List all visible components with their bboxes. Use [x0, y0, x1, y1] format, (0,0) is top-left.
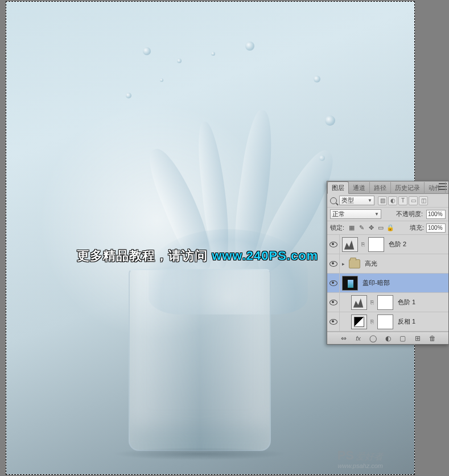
add-mask-button[interactable]: ◯: [369, 334, 378, 343]
visibility-toggle[interactable]: [327, 274, 340, 292]
layer-name[interactable]: 盖印-暗部: [363, 279, 390, 287]
filter-kind-select[interactable]: 类型 ▼: [339, 196, 374, 205]
expand-toggle[interactable]: ▸: [340, 261, 347, 267]
link-icon: ⎘: [369, 318, 375, 325]
watermark-logo: PS: [337, 448, 354, 462]
tab-paths[interactable]: 路径: [370, 182, 391, 194]
blend-mode-value: 正常: [332, 210, 345, 218]
filter-adjust-icon[interactable]: ◐: [388, 196, 397, 205]
layer-row[interactable]: ⎘ 反相 1: [327, 312, 448, 332]
layer-list: ⎘ 色阶 2 ▸ 高光 盖印-暗部 ⎘ 色阶 1: [327, 235, 448, 332]
overlay-url: www.240PS.com: [212, 249, 318, 263]
layer-name[interactable]: 高光: [365, 259, 377, 268]
blend-mode-select[interactable]: 正常 ▼: [330, 209, 381, 219]
eye-icon: [329, 242, 337, 247]
lock-brush-icon[interactable]: ✎: [357, 224, 365, 232]
fill-input[interactable]: 100%: [426, 223, 446, 233]
visibility-toggle[interactable]: [327, 254, 340, 273]
layer-mask-thumb[interactable]: [368, 237, 384, 252]
blend-row: 正常 ▼ 不透明度: 100%: [327, 208, 448, 221]
layer-name[interactable]: 色阶 1: [398, 298, 415, 307]
layer-row[interactable]: ⎘ 色阶 1: [327, 293, 448, 312]
lock-all-icon[interactable]: 🔒: [386, 224, 394, 232]
opacity-input[interactable]: 100%: [426, 210, 446, 219]
levels-icon: [351, 295, 367, 310]
new-layer-button[interactable]: ⊞: [413, 334, 422, 343]
tab-actions[interactable]: 动作: [425, 182, 446, 194]
panel-tabs: 图层 通道 路径 历史记录 动作: [327, 181, 448, 194]
filter-pixel-icon[interactable]: ▧: [378, 196, 387, 205]
link-icon: ⎘: [369, 299, 375, 305]
layer-row[interactable]: ▸ 高光: [327, 254, 448, 274]
overlay-caption: 更多精品教程，请访问 www.240PS.com: [77, 247, 318, 264]
watermark-sub: www.psahz.com: [337, 463, 383, 469]
tab-history[interactable]: 历史记录: [391, 182, 425, 194]
filter-kind-label: 类型: [341, 196, 354, 205]
layer-name[interactable]: 色阶 2: [389, 240, 406, 249]
chevron-down-icon: ▼: [368, 198, 372, 203]
filter-type-icons: ▧ ◐ T ▭ ◫: [378, 196, 428, 205]
eye-icon: [329, 300, 337, 305]
watermark-text: 爱好者: [356, 452, 383, 461]
levels-icon: [342, 237, 358, 252]
fill-label: 填充:: [410, 223, 424, 232]
filter-smart-icon[interactable]: ◫: [419, 196, 428, 205]
layer-name[interactable]: 反相 1: [398, 317, 415, 326]
layer-thumb[interactable]: [342, 276, 358, 291]
fx-button[interactable]: fx: [354, 334, 363, 343]
tab-channels[interactable]: 通道: [349, 182, 370, 194]
layers-panel: 图层 通道 路径 历史记录 动作 类型 ▼ ▧ ◐ T ▭ ◫ 正常 ▼ 不透明…: [327, 181, 449, 345]
opacity-label: 不透明度:: [396, 210, 423, 218]
layer-filter-row: 类型 ▼ ▧ ◐ T ▭ ◫: [327, 194, 448, 208]
link-layers-button[interactable]: ⇔: [339, 334, 348, 343]
filter-type-icon[interactable]: T: [398, 196, 407, 205]
tab-layers[interactable]: 图层: [327, 181, 349, 194]
link-icon: ⎘: [360, 241, 366, 247]
panel-footer: ⇔ fx ◯ ◐ ▢ ⊞ 🗑: [327, 332, 448, 344]
filter-shape-icon[interactable]: ▭: [409, 196, 418, 205]
search-icon: [330, 197, 337, 204]
delete-layer-button[interactable]: 🗑: [428, 334, 437, 343]
invert-icon: [351, 314, 367, 329]
layer-mask-thumb[interactable]: [377, 314, 393, 329]
layer-row[interactable]: 盖印-暗部: [327, 274, 448, 293]
lock-position-icon[interactable]: ✥: [367, 224, 375, 232]
watermark: PS爱好者 www.psahz.com: [337, 448, 383, 469]
add-adjustment-button[interactable]: ◐: [384, 334, 393, 343]
layer-row[interactable]: ⎘ 色阶 2: [327, 235, 448, 254]
chevron-down-icon: ▼: [374, 212, 379, 217]
eye-icon: [329, 280, 337, 286]
glass-cup: [129, 269, 271, 451]
folder-icon: [349, 259, 360, 268]
layer-mask-thumb[interactable]: [377, 295, 393, 310]
visibility-toggle[interactable]: [327, 235, 340, 254]
visibility-toggle[interactable]: [327, 312, 340, 331]
new-group-button[interactable]: ▢: [398, 334, 407, 343]
lock-label: 锁定:: [330, 223, 344, 232]
overlay-prefix: 更多精品教程，请访问: [77, 249, 212, 263]
visibility-toggle[interactable]: [327, 293, 340, 312]
lock-row: 锁定: ▦ ✎ ✥ ▭ 🔒 填充: 100%: [327, 221, 448, 235]
eye-icon: [329, 319, 337, 325]
eye-icon: [329, 261, 337, 267]
lock-pixels-icon[interactable]: ▦: [348, 224, 356, 232]
lock-artboard-icon[interactable]: ▭: [377, 224, 385, 232]
